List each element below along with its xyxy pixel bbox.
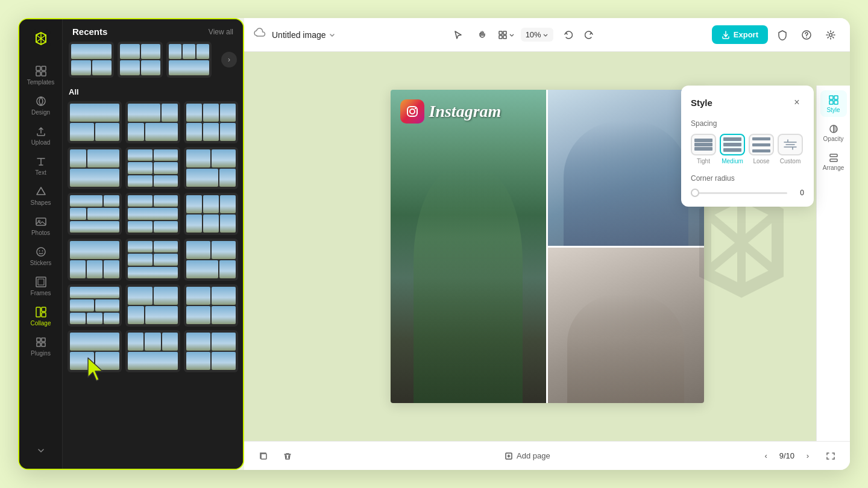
template-8[interactable]	[125, 193, 180, 235]
recents-row: ›	[63, 42, 243, 85]
svg-rect-37	[830, 159, 837, 161]
template-18[interactable]	[184, 330, 238, 372]
page-counter: 9/10	[779, 451, 794, 460]
custom-label: Custom	[780, 158, 800, 164]
app-logo[interactable]	[29, 27, 53, 51]
template-12[interactable]	[184, 239, 238, 281]
top-bar: Untitled image 10%	[244, 18, 850, 52]
svg-rect-38	[261, 454, 266, 459]
sidebar-item-plugins[interactable]: Plugins	[19, 331, 62, 361]
prev-page-btn[interactable]: ‹	[758, 448, 775, 465]
bottom-bar-center: Add page	[497, 448, 558, 464]
sidebar-item-templates[interactable]: Templates	[19, 60, 62, 90]
template-17[interactable]	[125, 330, 180, 372]
instagram-text: Instagram	[429, 102, 502, 121]
medium-label: Medium	[722, 158, 743, 164]
radius-slider[interactable]	[691, 192, 787, 194]
sidebar-item-photos[interactable]: Photos	[19, 211, 62, 241]
template-15[interactable]	[184, 284, 238, 327]
spacing-tight[interactable]: Tight	[691, 134, 716, 164]
copy-page-btn[interactable]	[254, 446, 273, 466]
cloud-save-icon	[254, 28, 266, 42]
sidebar-item-design[interactable]: Design	[19, 90, 62, 120]
top-bar-center: 10%	[343, 25, 705, 45]
sidebar-item-text[interactable]: Text	[19, 151, 62, 181]
svg-rect-36	[830, 154, 837, 157]
sidebar-item-frames[interactable]: Frames	[19, 271, 62, 301]
svg-marker-6	[37, 187, 45, 195]
next-page-btn[interactable]: ›	[799, 448, 816, 465]
template-6[interactable]	[184, 147, 238, 189]
collage-canvas: Instagram	[391, 90, 704, 403]
template-5[interactable]	[125, 147, 180, 189]
recents-next-btn[interactable]: ›	[221, 52, 237, 67]
template-13[interactable]	[68, 284, 122, 327]
left-panel: Templates Design Upload Text	[18, 18, 244, 470]
spacing-medium[interactable]: Medium	[720, 134, 745, 164]
recent-thumb-1[interactable]	[69, 42, 114, 78]
style-panel-close-btn[interactable]: ×	[790, 95, 804, 110]
panel-title: Recents	[72, 27, 107, 37]
template-4[interactable]	[68, 147, 122, 189]
svg-rect-19	[37, 343, 40, 346]
right-panel-opacity-btn[interactable]: Opacity	[820, 119, 847, 146]
help-btn[interactable]	[797, 25, 816, 45]
sidebar-item-shapes[interactable]: Shapes	[19, 181, 62, 211]
svg-point-9	[37, 248, 45, 256]
sidebar-item-stickers[interactable]: Stickers	[19, 241, 62, 271]
svg-rect-33	[829, 101, 833, 104]
right-panel-arrange-btn[interactable]: Arrange	[820, 148, 847, 175]
recent-thumb-2[interactable]	[118, 42, 163, 78]
spacing-custom[interactable]: Custom	[778, 134, 803, 164]
svg-rect-18	[42, 338, 45, 342]
template-2[interactable]	[125, 101, 180, 143]
file-title[interactable]: Untitled image	[272, 30, 336, 40]
recent-thumb-3[interactable]	[166, 42, 212, 78]
right-panel-style-btn[interactable]: Style	[820, 90, 847, 117]
bottom-bar: Add page ‹ 9/10 ›	[244, 441, 850, 470]
loose-spacing-icon	[749, 134, 774, 155]
template-row-3	[68, 193, 238, 235]
delete-page-btn[interactable]	[278, 446, 297, 466]
photo-top-right[interactable]	[548, 90, 704, 246]
shield-btn[interactable]	[773, 25, 792, 45]
svg-rect-21	[499, 31, 502, 34]
settings-btn[interactable]	[821, 25, 840, 45]
view-all-btn[interactable]: View all	[209, 28, 233, 36]
template-16[interactable]	[68, 330, 122, 372]
sidebar: Templates Design Upload Text	[19, 19, 63, 469]
top-bar-left: Untitled image	[254, 28, 336, 42]
pointer-tool-btn[interactable]	[448, 25, 468, 45]
spacing-options: Tight Medium	[691, 134, 804, 164]
spacing-loose[interactable]: Loose	[749, 134, 774, 164]
svg-rect-17	[37, 338, 40, 342]
template-14[interactable]	[125, 284, 180, 327]
content-panel: Recents View all	[63, 19, 243, 469]
template-7[interactable]	[68, 193, 122, 235]
photo-bottom-right[interactable]	[548, 248, 704, 404]
template-9[interactable]	[184, 193, 238, 235]
template-row-2	[68, 147, 238, 189]
export-btn[interactable]: Export	[712, 25, 768, 44]
zoom-selector[interactable]: 10%	[521, 28, 553, 42]
svg-rect-3	[36, 72, 40, 76]
add-page-btn[interactable]: Add page	[497, 448, 558, 464]
photo-left[interactable]: Instagram	[391, 90, 547, 403]
svg-point-30	[414, 108, 415, 109]
template-1[interactable]	[68, 101, 122, 143]
instagram-logo-icon	[400, 99, 424, 124]
redo-btn[interactable]	[580, 25, 599, 45]
layout-btn[interactable]	[497, 25, 516, 45]
sidebar-more-btn[interactable]	[19, 440, 62, 461]
sidebar-item-collage[interactable]: Collage	[19, 301, 62, 331]
svg-rect-4	[42, 72, 46, 76]
template-3[interactable]	[184, 101, 238, 143]
template-10[interactable]	[68, 239, 122, 281]
undo-btn[interactable]	[558, 25, 577, 45]
instagram-overlay: Instagram	[400, 99, 502, 124]
sidebar-item-upload[interactable]: Upload	[19, 120, 62, 151]
template-11[interactable]	[125, 239, 180, 281]
fit-page-btn[interactable]	[821, 446, 840, 466]
loose-label: Loose	[753, 158, 769, 164]
hand-tool-btn[interactable]	[473, 25, 492, 45]
